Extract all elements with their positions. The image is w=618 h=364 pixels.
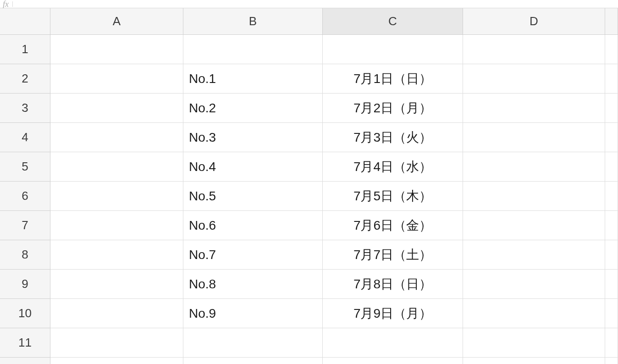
- row-header-10[interactable]: 10: [0, 299, 50, 328]
- row-header-3[interactable]: 3: [0, 94, 50, 123]
- column-header-B[interactable]: B: [183, 8, 323, 35]
- cell-D5[interactable]: [463, 152, 605, 182]
- row-header-partial[interactable]: [0, 358, 50, 364]
- cell-partial-bottom-B[interactable]: [183, 358, 323, 364]
- fx-label: fx: [3, 1, 13, 7]
- row-header-11[interactable]: 11: [0, 328, 50, 358]
- cell-B9[interactable]: No.8: [183, 270, 323, 299]
- cell-partial-11[interactable]: [605, 328, 618, 358]
- column-header-C[interactable]: C: [323, 8, 463, 35]
- cell-partial-bottom-A[interactable]: [50, 358, 183, 364]
- row-header-2[interactable]: 2: [0, 64, 50, 94]
- column-header-D[interactable]: D: [463, 8, 605, 35]
- cell-partial-5[interactable]: [605, 152, 618, 182]
- cell-A8[interactable]: [50, 240, 183, 270]
- cell-partial-10[interactable]: [605, 299, 618, 328]
- cell-B7[interactable]: No.6: [183, 211, 323, 240]
- cell-D8[interactable]: [463, 240, 605, 270]
- cell-partial-6[interactable]: [605, 182, 618, 211]
- cell-B2[interactable]: No.1: [183, 64, 323, 94]
- cell-D6[interactable]: [463, 182, 605, 211]
- column-header-partial[interactable]: [605, 8, 618, 35]
- cell-D4[interactable]: [463, 123, 605, 152]
- row-header-5[interactable]: 5: [0, 152, 50, 182]
- cell-partial-bottom-C[interactable]: [323, 358, 463, 364]
- cell-C8[interactable]: 7月7日（土）: [323, 240, 463, 270]
- cell-A3[interactable]: [50, 94, 183, 123]
- corner-cell[interactable]: [0, 8, 50, 35]
- cell-D11[interactable]: [463, 328, 605, 358]
- cell-C9[interactable]: 7月8日（日）: [323, 270, 463, 299]
- cell-D10[interactable]: [463, 299, 605, 328]
- spreadsheet-grid[interactable]: ABCD12No.17月1日（日）3No.27月2日（月）4No.37月3日（火…: [0, 8, 618, 364]
- row-header-1[interactable]: 1: [0, 35, 50, 64]
- cell-A2[interactable]: [50, 64, 183, 94]
- cell-partial-7[interactable]: [605, 211, 618, 240]
- cell-A10[interactable]: [50, 299, 183, 328]
- cell-D9[interactable]: [463, 270, 605, 299]
- row-header-8[interactable]: 8: [0, 240, 50, 270]
- cell-C2[interactable]: 7月1日（日）: [323, 64, 463, 94]
- cell-C1[interactable]: [323, 35, 463, 64]
- cell-A7[interactable]: [50, 211, 183, 240]
- cell-C11[interactable]: [323, 328, 463, 358]
- cell-B1[interactable]: [183, 35, 323, 64]
- cell-partial-bottom-D[interactable]: [463, 358, 605, 364]
- cell-partial-9[interactable]: [605, 270, 618, 299]
- row-header-4[interactable]: 4: [0, 123, 50, 152]
- cell-C4[interactable]: 7月3日（火）: [323, 123, 463, 152]
- cell-C5[interactable]: 7月4日（水）: [323, 152, 463, 182]
- cell-B8[interactable]: No.7: [183, 240, 323, 270]
- cell-C6[interactable]: 7月5日（木）: [323, 182, 463, 211]
- cell-partial-3[interactable]: [605, 94, 618, 123]
- cell-B3[interactable]: No.2: [183, 94, 323, 123]
- cell-B5[interactable]: No.4: [183, 152, 323, 182]
- cell-B11[interactable]: [183, 328, 323, 358]
- cell-B6[interactable]: No.5: [183, 182, 323, 211]
- cell-A1[interactable]: [50, 35, 183, 64]
- cell-B4[interactable]: No.3: [183, 123, 323, 152]
- cell-partial-2[interactable]: [605, 64, 618, 94]
- cell-C7[interactable]: 7月6日（金）: [323, 211, 463, 240]
- column-header-A[interactable]: A: [50, 8, 183, 35]
- cell-A9[interactable]: [50, 270, 183, 299]
- formula-bar[interactable]: fx: [0, 0, 618, 8]
- cell-C10[interactable]: 7月9日（月）: [323, 299, 463, 328]
- cell-D7[interactable]: [463, 211, 605, 240]
- row-header-6[interactable]: 6: [0, 182, 50, 211]
- cell-partial-bottom-right[interactable]: [605, 358, 618, 364]
- cell-B10[interactable]: No.9: [183, 299, 323, 328]
- cell-D3[interactable]: [463, 94, 605, 123]
- cell-D1[interactable]: [463, 35, 605, 64]
- cell-partial-8[interactable]: [605, 240, 618, 270]
- cell-A11[interactable]: [50, 328, 183, 358]
- row-header-9[interactable]: 9: [0, 270, 50, 299]
- cell-A6[interactable]: [50, 182, 183, 211]
- cell-partial-4[interactable]: [605, 123, 618, 152]
- row-header-7[interactable]: 7: [0, 211, 50, 240]
- cell-partial-1[interactable]: [605, 35, 618, 64]
- cell-A4[interactable]: [50, 123, 183, 152]
- cell-A5[interactable]: [50, 152, 183, 182]
- cell-C3[interactable]: 7月2日（月）: [323, 94, 463, 123]
- cell-D2[interactable]: [463, 64, 605, 94]
